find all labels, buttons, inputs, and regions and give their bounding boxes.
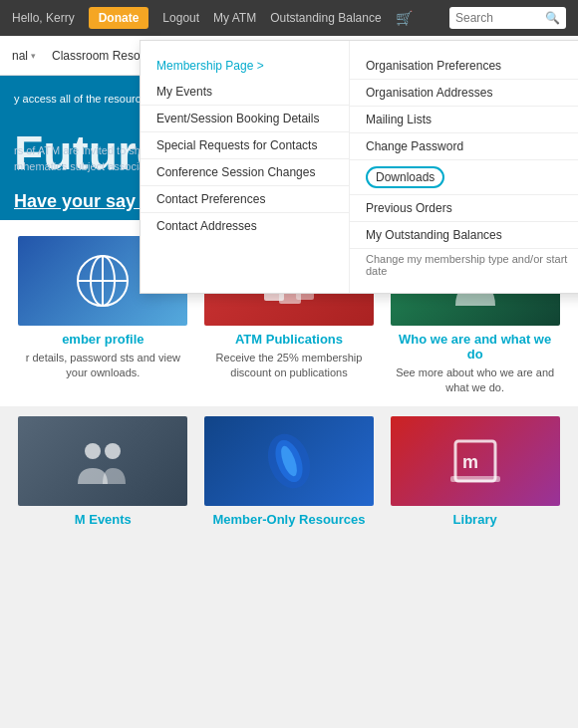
dropdown-right-panel: Organisation Preferences Organisation Ad… — [350, 41, 578, 293]
card-atm-publications-desc: Receive the 25% membership discount on p… — [204, 351, 374, 381]
dropdown-contact-addresses[interactable]: Contact Addresses — [141, 213, 349, 239]
dropdown-left-panel: Membership Page > My Events Event/Sessio… — [141, 41, 350, 293]
svg-point-10 — [105, 443, 121, 459]
card-atm-events[interactable]: M Events — [18, 416, 187, 531]
card-member-profile-desc: r details, password sts and view your ow… — [18, 351, 187, 381]
globe-icon — [73, 251, 133, 311]
meeting-icon — [68, 426, 138, 496]
card-member-resources-title: Member-Only Resources — [204, 512, 374, 527]
balance-link[interactable]: Outstanding Balance — [270, 11, 381, 25]
chevron-down-icon: ▾ — [31, 51, 36, 61]
dropdown-org-addresses[interactable]: Organisation Addresses — [350, 80, 578, 107]
dropdown-menu: Membership Page > My Events Event/Sessio… — [140, 40, 578, 294]
dropdown-change-password[interactable]: Change Password — [350, 133, 578, 160]
feather-icon — [254, 426, 324, 496]
search-button[interactable]: 🔍 — [539, 9, 566, 27]
membership-page-label: Membership Page > — [156, 59, 264, 73]
downloads-label: Downloads — [366, 166, 444, 188]
card-member-resources[interactable]: Member-Only Resources — [204, 416, 374, 531]
cart-icon[interactable]: 🛒 — [396, 10, 413, 26]
card-library-title: Library — [391, 512, 560, 527]
search-input[interactable] — [449, 9, 539, 27]
membership-page-link[interactable]: Membership Page > — [141, 53, 349, 79]
dropdown-contact-prefs[interactable]: Contact Preferences — [141, 186, 349, 213]
dropdown-special-requests[interactable]: Special Requests for Contacts — [141, 132, 349, 159]
hero-cta-link[interactable]: Have your say > — [14, 191, 151, 212]
dropdown-mailing-lists[interactable]: Mailing Lists — [350, 107, 578, 133]
svg-rect-16 — [450, 476, 500, 482]
logout-link[interactable]: Logout — [162, 11, 199, 25]
sidebar-item-nal[interactable]: nal ▾ — [4, 36, 44, 76]
card-library-image: m — [391, 416, 560, 506]
dropdown-event-booking[interactable]: Event/Session Booking Details — [141, 106, 349, 132]
donate-button[interactable]: Donate — [89, 7, 149, 29]
card-who-we-are-title: Who we are and what we do — [391, 332, 560, 362]
search-box: 🔍 — [449, 7, 566, 29]
card-member-profile-title: ember profile — [18, 332, 187, 347]
svg-text:m: m — [462, 452, 478, 472]
dropdown-previous-orders[interactable]: Previous Orders — [350, 195, 578, 222]
nav-label-nal: nal — [12, 49, 28, 63]
card-atm-events-image — [18, 416, 187, 506]
card-atm-events-title: M Events — [18, 512, 187, 527]
card-library[interactable]: m Library — [391, 416, 560, 531]
library-icon: m — [440, 426, 510, 496]
greeting-text: Hello, Kerry — [12, 11, 75, 25]
dropdown-membership-change[interactable]: Change my membership type and/or start d… — [350, 249, 578, 281]
card-who-we-are-desc: See more about who we are and what we do… — [391, 365, 560, 396]
card-member-resources-image — [204, 416, 374, 506]
dropdown-conference-session[interactable]: Conference Session Changes — [141, 159, 349, 186]
top-bar-left: Hello, Kerry Donate Logout My ATM Outsta… — [12, 7, 435, 29]
dropdown-my-events[interactable]: My Events — [141, 79, 349, 106]
card-grid-row2: M Events Member-Only Resources m Library — [0, 406, 578, 541]
dropdown-downloads[interactable]: Downloads — [350, 160, 578, 195]
card-atm-publications-title: ATM Publications — [204, 332, 374, 347]
dropdown-outstanding-balances[interactable]: My Outstanding Balances — [350, 222, 578, 249]
svg-point-9 — [85, 443, 101, 459]
myatm-link[interactable]: My ATM — [213, 11, 256, 25]
top-bar: Hello, Kerry Donate Logout My ATM Outsta… — [0, 0, 578, 36]
dropdown-org-prefs[interactable]: Organisation Preferences — [350, 53, 578, 80]
